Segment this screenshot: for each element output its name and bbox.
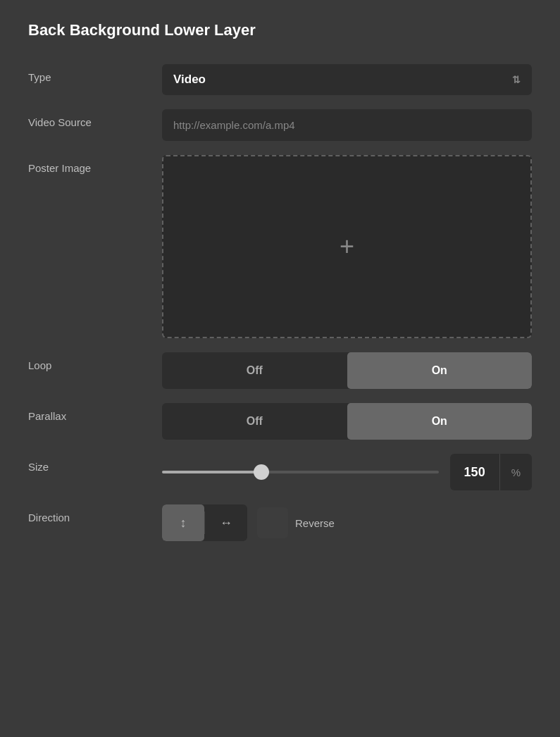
poster-image-control: + [162, 155, 532, 338]
parallax-toggle-group: Off On [162, 403, 532, 440]
direction-control: ↕ ↔ Reverse [162, 504, 532, 541]
type-label: Type [28, 64, 162, 83]
reverse-group: Reverse [257, 507, 335, 538]
page-title: Back Background Lower Layer [28, 21, 532, 39]
parallax-control: Off On [162, 403, 532, 440]
poster-image-label: Poster Image [28, 155, 162, 174]
direction-inputs: ↕ ↔ Reverse [162, 504, 532, 541]
video-source-label: Video Source [28, 109, 162, 128]
direction-button-group: ↕ ↔ [162, 504, 247, 541]
size-slider[interactable] [162, 471, 439, 473]
loop-on-button[interactable]: On [347, 352, 533, 389]
loop-off-button[interactable]: Off [162, 352, 347, 389]
size-unit-text: % [499, 454, 532, 490]
parallax-on-button[interactable]: On [347, 403, 533, 440]
video-source-row: Video Source [28, 109, 532, 141]
add-image-icon: + [340, 234, 354, 259]
parallax-off-button[interactable]: Off [162, 403, 347, 440]
size-label: Size [28, 454, 162, 473]
type-value: Video [173, 73, 206, 87]
size-slider-container [162, 471, 439, 473]
horizontal-arrows-icon: ↔ [220, 516, 232, 531]
vertical-arrows-icon: ↕ [180, 516, 187, 531]
loop-row: Loop Off On [28, 352, 532, 389]
size-row: Size 150 % [28, 454, 532, 490]
loop-label: Loop [28, 352, 162, 371]
video-source-control [162, 109, 532, 141]
type-row: Type Video ⇅ [28, 64, 532, 95]
size-control: 150 % [162, 454, 532, 490]
loop-control: Off On [162, 352, 532, 389]
reverse-toggle-button[interactable] [257, 507, 288, 538]
type-select[interactable]: Video ⇅ [162, 64, 532, 95]
poster-image-row: Poster Image + [28, 155, 532, 338]
direction-row: Direction ↕ ↔ Reverse [28, 504, 532, 541]
reverse-label-text: Reverse [295, 517, 335, 529]
direction-vertical-button[interactable]: ↕ [162, 504, 204, 541]
size-inputs: 150 % [162, 454, 532, 490]
type-control: Video ⇅ [162, 64, 532, 95]
parallax-row: Parallax Off On [28, 403, 532, 440]
poster-image-upload[interactable]: + [162, 155, 532, 338]
video-source-input[interactable] [162, 109, 532, 141]
size-value-text: 150 [450, 465, 499, 480]
loop-toggle-group: Off On [162, 352, 532, 389]
chevron-down-icon: ⇅ [512, 74, 521, 85]
direction-label: Direction [28, 504, 162, 524]
direction-horizontal-button[interactable]: ↔ [205, 504, 247, 541]
parallax-label: Parallax [28, 403, 162, 422]
size-value-box: 150 % [450, 454, 532, 490]
